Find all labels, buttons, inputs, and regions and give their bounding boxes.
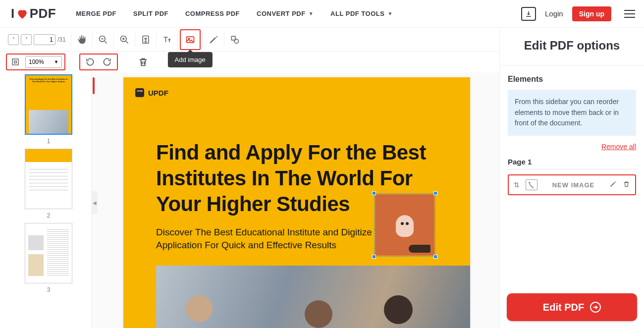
page-label: Page 1 — [508, 158, 636, 166]
selected-image[interactable] — [372, 191, 437, 259]
resize-handle[interactable] — [433, 255, 437, 259]
page-input[interactable] — [34, 34, 55, 45]
nav-split[interactable]: SPLIT PDF — [133, 10, 168, 17]
zoom-out-button[interactable] — [95, 31, 111, 48]
doc-hero-photo — [156, 266, 470, 328]
chevron-down-icon: ▼ — [54, 59, 58, 64]
fit-icon[interactable] — [9, 56, 21, 68]
thumbnail-label: 2 — [16, 212, 81, 219]
text-tool-button[interactable] — [159, 31, 175, 48]
right-panel: Edit PDF options Elements From this side… — [499, 28, 644, 328]
thumbnail-label: 3 — [16, 286, 81, 293]
rotate-right-icon[interactable] — [102, 57, 112, 67]
top-right: Login Sign up — [521, 6, 635, 21]
divider — [508, 169, 636, 169]
image-tool-wrap: Add image — [180, 29, 201, 50]
delete-icon[interactable] — [138, 56, 149, 67]
fit-page-button[interactable] — [137, 31, 154, 48]
thumbnail-3[interactable]: 3 — [16, 223, 81, 293]
resize-handle[interactable] — [372, 191, 376, 195]
heart-icon — [16, 7, 29, 20]
rotate-left-icon[interactable] — [85, 57, 95, 67]
page-up-button[interactable]: ˄ — [8, 34, 19, 45]
thumbnail-label: 1 — [16, 138, 81, 145]
signup-button[interactable]: Sign up — [572, 6, 611, 21]
pdf-page: UPDF Find and Apply For the Best Institu… — [123, 77, 470, 328]
element-row[interactable]: ⇅ NEW IMAGE — [508, 174, 636, 195]
top-nav: I PDF MERGE PDF SPLIT PDF COMPRESS PDF C… — [0, 0, 644, 28]
page-down-button[interactable]: ˅ — [21, 34, 32, 45]
pan-tool-button[interactable] — [73, 31, 90, 48]
drag-handle-icon[interactable]: ⇅ — [514, 181, 520, 189]
delete-element-icon[interactable] — [623, 180, 630, 190]
nav-compress[interactable]: COMPRESS PDF — [185, 10, 240, 17]
info-box: From this sidebar you can reorder elemen… — [508, 90, 636, 136]
download-icon[interactable] — [521, 7, 536, 21]
zoom-group: 100%▼ — [6, 54, 65, 70]
panel-title: Edit PDF options — [500, 28, 644, 66]
rotate-group — [79, 54, 118, 70]
remove-all-link[interactable]: Remove all — [508, 143, 636, 151]
thumbnail-2[interactable]: 2 — [16, 149, 81, 219]
thumbnails-panel[interactable]: Find and Apply For the Best Institutes I… — [0, 72, 91, 328]
thumbnail-1[interactable]: Find and Apply For the Best Institutes I… — [16, 74, 81, 145]
page-navigator: ˄ ˅ /31 — [5, 28, 69, 51]
svg-rect-5 — [231, 36, 235, 40]
draw-tool-button[interactable] — [205, 31, 222, 48]
edit-pdf-button[interactable]: Edit PDF ➜ — [507, 293, 637, 321]
collapse-sidebar-button[interactable]: ◀ — [92, 191, 98, 214]
add-image-button[interactable] — [182, 31, 199, 48]
scroll-indicator — [93, 77, 95, 94]
chevron-down-icon: ▼ — [309, 11, 314, 16]
brand-suffix: PDF — [30, 6, 56, 21]
shapes-tool-button[interactable] — [226, 31, 243, 48]
brand-prefix: I — [11, 6, 15, 21]
chevron-down-icon: ▼ — [387, 11, 392, 16]
brand-logo[interactable]: I PDF — [11, 6, 56, 21]
nav-all[interactable]: ALL PDF TOOLS▼ — [330, 10, 393, 17]
nav-convert[interactable]: CONVERT PDF▼ — [257, 10, 314, 17]
svg-point-6 — [234, 39, 238, 43]
nav-items: MERGE PDF SPLIT PDF COMPRESS PDF CONVERT… — [76, 10, 393, 17]
svg-rect-7 — [12, 59, 18, 65]
add-image-tooltip: Add image — [168, 52, 213, 67]
zoom-select[interactable]: 100%▼ — [25, 56, 62, 68]
resize-handle[interactable] — [372, 255, 376, 259]
nav-merge[interactable]: MERGE PDF — [76, 10, 116, 17]
doc-subtitle: Discover The Best Educational Institute … — [156, 226, 404, 251]
edit-element-icon[interactable] — [609, 180, 617, 190]
zoom-in-button[interactable] — [116, 31, 133, 48]
doc-logo: UPDF — [135, 88, 168, 97]
resize-handle[interactable] — [433, 191, 437, 195]
element-label: NEW IMAGE — [543, 181, 603, 189]
menu-icon[interactable] — [624, 10, 635, 18]
image-icon — [526, 179, 537, 190]
elements-heading: Elements — [508, 75, 636, 84]
login-link[interactable]: Login — [545, 9, 563, 18]
page-total: /31 — [57, 36, 66, 43]
arrow-right-icon: ➜ — [590, 302, 601, 313]
